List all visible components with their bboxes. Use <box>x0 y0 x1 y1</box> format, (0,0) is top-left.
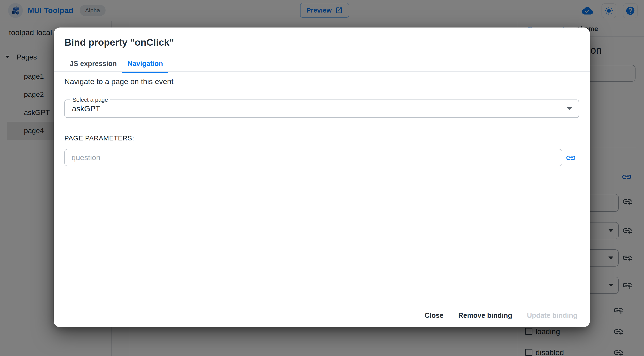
dialog-description: Navigate to a page on this event <box>64 77 174 86</box>
update-binding-button[interactable]: Update binding <box>522 308 582 323</box>
chevron-down-icon <box>567 107 572 110</box>
tab-navigation[interactable]: Navigation <box>122 57 168 73</box>
bind-parameter-button[interactable] <box>566 152 576 163</box>
link-icon <box>566 152 576 163</box>
dialog-tabs: JS expression Navigation <box>64 57 168 73</box>
close-button[interactable]: Close <box>420 308 448 323</box>
app-screen: MUI Toolpad Alpha Preview <box>0 0 644 356</box>
question-parameter-input[interactable] <box>64 149 562 166</box>
dialog-title: Bind property "onClick" <box>64 37 174 48</box>
remove-binding-button[interactable]: Remove binding <box>454 308 516 323</box>
select-page-value: askGPT <box>72 104 100 113</box>
dialog-footer: Close Remove binding Update binding <box>420 308 582 323</box>
tab-js-expression[interactable]: JS expression <box>64 57 122 73</box>
tabs-divider <box>54 71 590 72</box>
page-parameters-heading: PAGE PARAMETERS: <box>64 134 134 142</box>
select-page-dropdown[interactable]: Select a page askGPT <box>64 100 579 118</box>
bind-property-dialog: Bind property "onClick" JS expression Na… <box>54 28 590 327</box>
select-page-label: Select a page <box>70 96 110 103</box>
